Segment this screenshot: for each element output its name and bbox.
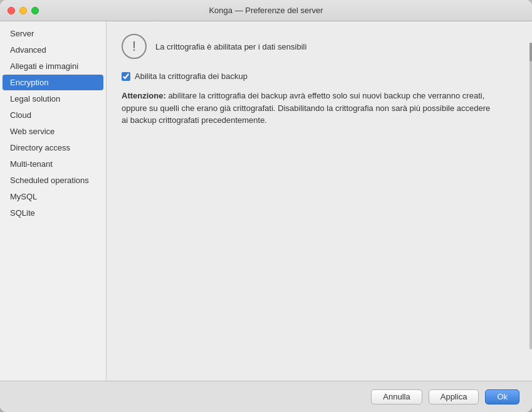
warning-icon: ! [122,34,147,59]
minimize-button[interactable] [19,7,27,14]
titlebar: Konga — Preferenze del server [0,0,532,21]
sidebar-item-scheduled[interactable]: Scheduled operations [3,172,103,188]
close-button[interactable] [8,7,15,14]
sidebar-item-sqlite[interactable]: SQLite [3,205,103,221]
sidebar-item-allegati[interactable]: Allegati e immagini [3,58,103,74]
window-title: Konga — Preferenze del server [209,6,323,15]
sidebar-item-mysql[interactable]: MySQL [3,189,103,204]
sidebar-item-encryption[interactable]: Encryption [3,75,103,90]
sidebar-item-multitenant[interactable]: Multi-tenant [3,156,103,172]
sidebar-item-legal[interactable]: Legal solution [3,91,103,107]
main-content: ! La crittografia è abilitata per i dati… [107,21,532,381]
cancel-button[interactable]: Annulla [371,389,422,404]
scrollbar-thumb[interactable] [529,43,532,61]
scrollbar-track [529,43,532,349]
backup-encryption-row: Abilita la crittografia dei backup [122,71,517,81]
ok-button[interactable]: Ok [485,389,519,404]
info-header: ! La crittografia è abilitata per i dati… [122,34,517,59]
info-description: La crittografia è abilitata per i dati s… [155,42,306,51]
warning-body: abilitare la crittografia dei backup avr… [122,91,490,125]
sidebar: Server Advanced Allegati e immagini Encr… [0,21,107,381]
warning-box: Attenzione: abilitare la crittografia de… [122,90,498,127]
apply-button[interactable]: Applica [429,389,479,404]
sidebar-item-advanced[interactable]: Advanced [3,42,103,58]
backup-encryption-label[interactable]: Abilita la crittografia dei backup [135,71,248,81]
maximize-button[interactable] [31,7,39,14]
traffic-lights [8,7,39,14]
backup-encryption-checkbox[interactable] [122,72,130,81]
sidebar-item-directory[interactable]: Directory access [3,140,103,156]
warning-prefix: Attenzione: [122,91,166,100]
sidebar-item-server[interactable]: Server [3,26,103,41]
main-window: Konga — Preferenze del server Server Adv… [0,0,532,412]
sidebar-item-webservice[interactable]: Web service [3,124,103,139]
sidebar-item-cloud[interactable]: Cloud [3,107,103,123]
bottom-bar: Annulla Applica Ok [0,381,532,412]
